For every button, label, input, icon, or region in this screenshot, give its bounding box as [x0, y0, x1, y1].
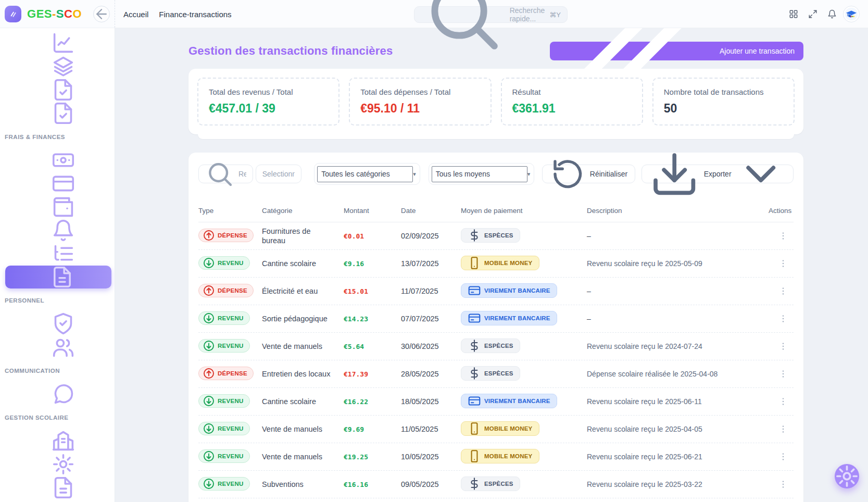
stat-value: €457.01 / 39: [209, 102, 328, 116]
category-filter-group: Toutes les catégories ▾: [314, 163, 420, 185]
category-cell: Électricité et eau: [262, 286, 344, 296]
type-badge-label: DÉPENSE: [218, 232, 247, 239]
period-field[interactable]: [262, 170, 295, 178]
user-avatar[interactable]: [843, 6, 860, 22]
payment-method-select[interactable]: Tous les moyens: [432, 166, 527, 182]
app-logo[interactable]: GES-SCO: [5, 6, 82, 22]
sidebar-item-informations-sur-l-ecole[interactable]: Informations sur l'école: [0, 429, 115, 453]
amount-cell: €15.01: [344, 287, 401, 295]
chevron-down-icon: [736, 149, 786, 199]
table-search-input[interactable]: [198, 165, 253, 183]
date-cell: 11/05/2025: [401, 425, 461, 433]
payment-method-label: MOBILE MONEY: [484, 425, 533, 432]
payment-method-label: ESPÈCES: [484, 481, 513, 487]
chart-line-icon: [12, 31, 115, 55]
sidebar-item-rappels[interactable]: Rappels: [0, 219, 115, 242]
date-cell: 11/07/2025: [401, 287, 461, 295]
category-cell: Vente de manuels: [262, 424, 344, 434]
layers-icon: [12, 55, 115, 78]
dots-vertical-icon: [778, 341, 788, 352]
sidebar-item-types-de-frais[interactable]: Types de frais: [0, 148, 115, 172]
arrow-down-circle-icon: [203, 478, 215, 490]
fullscreen-icon[interactable]: [808, 9, 817, 19]
search-icon: [421, 0, 505, 57]
apps-grid-icon[interactable]: [789, 9, 798, 19]
period-input[interactable]: [256, 165, 302, 183]
logo-text: GES-SCO: [27, 7, 82, 21]
sidebar-item-paiements[interactable]: Paiements: [0, 195, 115, 219]
arrow-up-circle-icon: [203, 367, 215, 380]
sidebar-item-documents[interactable]: Documents: [0, 476, 115, 499]
bank-card-icon: [468, 284, 481, 297]
back-button[interactable]: [93, 6, 110, 22]
arrow-up-circle-icon: [203, 229, 215, 242]
gear-icon: [12, 453, 115, 476]
sidebar-item-utilisateurs[interactable]: Utilisateurs: [0, 335, 115, 359]
amount-cell: €16.22: [344, 398, 401, 406]
dots-vertical-icon: [778, 313, 788, 324]
row-actions-menu-button[interactable]: [778, 451, 788, 462]
row-actions-menu-button[interactable]: [778, 369, 788, 379]
row-actions-menu-button[interactable]: [778, 479, 788, 490]
stacked-card-edge: [198, 134, 794, 139]
nav-item-accueil[interactable]: Accueil: [123, 10, 148, 19]
description-cell: Revenu scolaire reçu le 2025-05-09: [587, 259, 769, 268]
nav-item-finance-transactions[interactable]: Finance-transactions: [159, 10, 231, 19]
floating-settings-button[interactable]: [835, 464, 859, 488]
sidebar-item-generation-des-bulletins[interactable]: Génération des bulletins: [0, 102, 115, 125]
search-placeholder: Recherche rapide...: [510, 6, 545, 23]
sidebar-item-frais-des-eleves[interactable]: Frais des élèves: [0, 172, 115, 195]
row-actions-menu-button[interactable]: [778, 258, 788, 269]
table-search-field[interactable]: [238, 170, 246, 178]
search-shortcut: ⌘Y: [549, 11, 561, 19]
reset-label: Réinitialiser: [590, 170, 627, 178]
row-actions-menu-button[interactable]: [778, 396, 788, 407]
dots-vertical-icon: [778, 369, 788, 379]
amount-cell: €16.16: [344, 481, 401, 488]
sidebar-item-transactions[interactable]: Transactions: [5, 266, 111, 288]
gear-icon: [835, 464, 859, 488]
date-cell: 02/09/2025: [401, 232, 461, 240]
payment-method-label: VIREMENT BANCAIRE: [484, 315, 550, 321]
sidebar-item-parametres-de-l-ecole[interactable]: Paramètres de l'école: [0, 453, 115, 476]
add-transaction-button[interactable]: Ajouter une transaction: [550, 42, 803, 60]
reset-filters-button[interactable]: Réinitialiser: [542, 165, 635, 183]
date-cell: 18/05/2025: [401, 397, 461, 406]
category-cell: Cantine scolaire: [262, 397, 344, 406]
arrow-down-circle-icon: [203, 312, 215, 324]
chevron-down-icon: ▾: [413, 171, 416, 178]
arrow-left-icon: [94, 6, 109, 22]
sidebar-item-categories-financieres[interactable]: Catégories financières: [0, 242, 115, 266]
notifications-bell-icon[interactable]: [827, 9, 837, 19]
sidebar-item-r-les[interactable]: Rôles: [0, 312, 115, 335]
sidebar-item-apercus-des-bulletins[interactable]: Aperçus des bulletins: [0, 78, 115, 102]
amount-cell: €5.64: [344, 343, 401, 350]
sidebar-item-configurations-des-bull-[interactable]: Configurations des bull...: [0, 55, 115, 78]
payment-method-label: MOBILE MONEY: [484, 260, 533, 266]
arrow-up-circle-icon: [203, 284, 215, 297]
category-select[interactable]: Toutes les catégories: [317, 166, 413, 182]
quick-search-input[interactable]: Recherche rapide... ⌘Y: [414, 6, 568, 23]
row-actions-menu-button[interactable]: [778, 424, 788, 434]
amount-cell: €19.25: [344, 453, 401, 461]
file-check-icon: [12, 102, 115, 125]
amount-cell: €0.01: [344, 232, 401, 240]
file-check-icon: [12, 78, 115, 102]
row-actions-menu-button[interactable]: [778, 313, 788, 324]
logo-letter: C: [64, 7, 72, 20]
bell-icon: [12, 219, 115, 242]
row-actions-menu-button[interactable]: [778, 341, 788, 352]
sidebar-item-systemes-de-notation[interactable]: Systèmes de notation: [0, 31, 115, 55]
column-header-montant: Montant: [344, 207, 401, 215]
sidebar-item-messagerie[interactable]: Messagerie: [0, 382, 115, 406]
type-badge-label: DÉPENSE: [218, 370, 247, 376]
row-actions-menu-button[interactable]: [778, 231, 788, 241]
type-badge: REVENU: [198, 339, 250, 353]
transactions-card: Toutes les catégories ▾ Tous les moyens …: [188, 153, 803, 502]
add-transaction-label: Ajouter une transaction: [720, 47, 795, 55]
column-header-cat-gorie: Catégorie: [262, 207, 344, 215]
row-actions-menu-button[interactable]: [778, 286, 788, 296]
school-icon: [12, 429, 115, 453]
export-button[interactable]: Exporter: [641, 165, 794, 183]
stats-summary-card: Total des revenus / Total€457.01 / 39Tot…: [188, 69, 803, 134]
